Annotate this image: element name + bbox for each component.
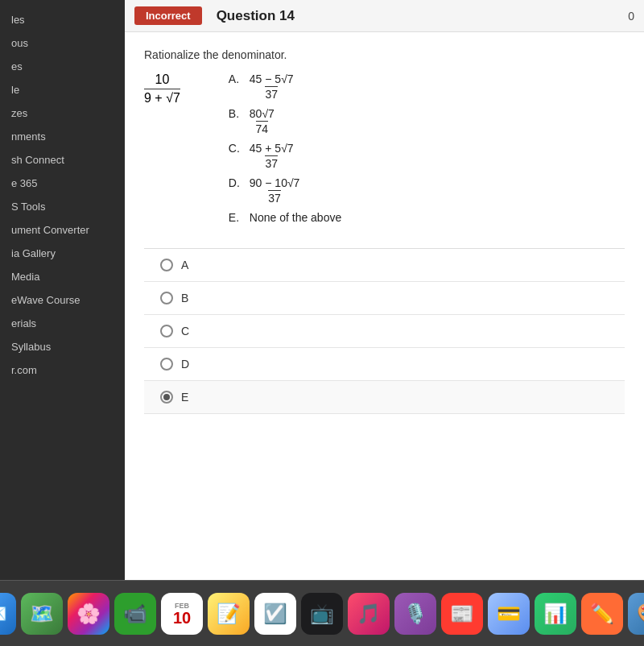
choice-b-row: B. 80√7 74 [229, 107, 341, 135]
dock-mail[interactable]: ✉️ [0, 593, 16, 635]
radio-b[interactable] [160, 292, 173, 304]
choice-c-row: C. 45 + 5√7 37 [229, 142, 341, 170]
answer-option-c-label: C [181, 325, 189, 337]
choice-d-row: D. 90 − 10√7 37 [229, 176, 341, 205]
dock-calendar[interactable]: FEB 10 [161, 593, 203, 635]
dock-appletv[interactable]: 📺 [301, 593, 343, 635]
choice-b-label: B. [229, 107, 245, 120]
answer-option-b[interactable]: B [144, 282, 625, 315]
answer-options: A B C D E [144, 248, 625, 414]
dock-maps[interactable]: 🗺️ [21, 593, 63, 635]
sidebar-item-11[interactable]: Media [0, 265, 125, 288]
sidebar-item-4[interactable]: zes [0, 101, 125, 125]
radio-e-fill [163, 394, 170, 400]
sidebar-item-5[interactable]: nments [0, 125, 125, 148]
incorrect-badge: Incorrect [134, 6, 202, 25]
choice-b-denominator: 74 [256, 121, 269, 135]
sidebar-item-12[interactable]: eWave Course [0, 288, 125, 312]
score-label: 0 [628, 10, 634, 23]
sidebar-item-13[interactable]: erials [0, 312, 125, 335]
main-content: Incorrect Question 14 0 Rationalize the … [125, 0, 644, 580]
choice-c-fraction: 45 + 5√7 37 [250, 142, 294, 170]
choices-area: A. 45 − 5√7 37 B. 80√7 74 [229, 72, 341, 224]
choice-a-denominator: 37 [265, 86, 278, 101]
choice-d-label: D. [229, 176, 245, 189]
dock-reminders[interactable]: ☑️ [254, 593, 296, 635]
problem-numerator: 10 [155, 72, 170, 89]
dock-numbers[interactable]: 📊 [535, 593, 576, 635]
dock-calendar-month: FEB [175, 602, 189, 610]
choice-a-fraction: 45 − 5√7 37 [250, 72, 294, 101]
dock-notes[interactable]: 📝 [208, 593, 250, 635]
choice-e-text: None of the above [250, 211, 341, 224]
answer-option-e[interactable]: E [144, 381, 625, 414]
choice-c-numerator: 45 + 5√7 [250, 142, 294, 155]
answer-option-c[interactable]: C [144, 315, 625, 348]
problem-fraction: 10 9 + √7 [144, 72, 180, 106]
choice-a-row: A. 45 − 5√7 37 [229, 72, 341, 101]
answer-option-d[interactable]: D [144, 348, 625, 381]
answer-option-e-label: E [181, 391, 188, 404]
dock-news[interactable]: 📰 [441, 593, 483, 635]
sidebar-item-15[interactable]: r.com [0, 358, 125, 382]
answer-option-b-label: B [181, 292, 188, 304]
choice-a-numerator: 45 − 5√7 [250, 72, 294, 86]
choice-e-row: E. None of the above [229, 211, 341, 224]
radio-e[interactable] [160, 391, 173, 404]
choice-c-denominator: 37 [265, 155, 278, 170]
dock-podcasts[interactable]: 🎙️ [394, 593, 436, 635]
mac-dock: 🦊 ✉️ 🗺️ 🌸 📹 FEB 10 📝 ☑️ 📺 🎵 🎙️ 📰 💳 📊 ✏️ [0, 580, 644, 646]
choice-a-label: A. [229, 72, 245, 85]
choice-d-numerator: 90 − 10√7 [250, 176, 300, 190]
sidebar-item-3[interactable]: le [0, 78, 125, 101]
header-bar: Incorrect Question 14 0 [125, 0, 644, 32]
dock-calendar-day: 10 [173, 610, 191, 626]
sidebar-item-2[interactable]: es [0, 55, 125, 78]
question-title: Question 14 [217, 8, 295, 24]
sidebar-item-14[interactable]: Syllabus [0, 335, 125, 358]
dock-music[interactable]: 🎵 [348, 593, 390, 635]
sidebar-item-10[interactable]: ia Gallery [0, 242, 125, 265]
question-body: Rationalize the denominator. 10 9 + √7 A… [125, 32, 644, 580]
sidebar-item-1[interactable]: ous [0, 31, 125, 55]
dock-keynote[interactable]: 🎨 [628, 593, 644, 635]
problem-instruction: Rationalize the denominator. [144, 48, 625, 61]
dock-facetime[interactable]: 📹 [114, 593, 156, 635]
answer-option-a[interactable]: A [144, 249, 625, 282]
radio-d[interactable] [160, 358, 173, 371]
radio-c[interactable] [160, 325, 173, 337]
choice-b-fraction: 80√7 74 [250, 107, 275, 135]
radio-a[interactable] [160, 259, 173, 271]
sidebar-item-9[interactable]: ument Converter [0, 218, 125, 242]
answer-option-d-label: D [181, 358, 189, 371]
choice-c-label: C. [229, 142, 245, 155]
sidebar-item-0[interactable]: les [0, 8, 125, 31]
sidebar-item-8[interactable]: S Tools [0, 195, 125, 218]
problem-denominator: 9 + √7 [144, 89, 180, 106]
choice-d-fraction: 90 − 10√7 37 [250, 176, 300, 205]
answer-option-a-label: A [181, 259, 188, 271]
sidebar: les ous es le zes nments sh Connect e 36… [0, 0, 125, 580]
choice-d-denominator: 37 [268, 190, 281, 205]
problem-area: 10 9 + √7 A. 45 − 5√7 37 B. [144, 72, 625, 224]
dock-pencil[interactable]: ✏️ [581, 593, 623, 635]
sidebar-item-6[interactable]: sh Connect [0, 148, 125, 172]
dock-photos[interactable]: 🌸 [68, 593, 109, 635]
choice-e-label: E. [229, 211, 245, 224]
dock-wallet[interactable]: 💳 [488, 593, 530, 635]
sidebar-item-7[interactable]: e 365 [0, 172, 125, 195]
choice-b-numerator: 80√7 [250, 107, 275, 121]
